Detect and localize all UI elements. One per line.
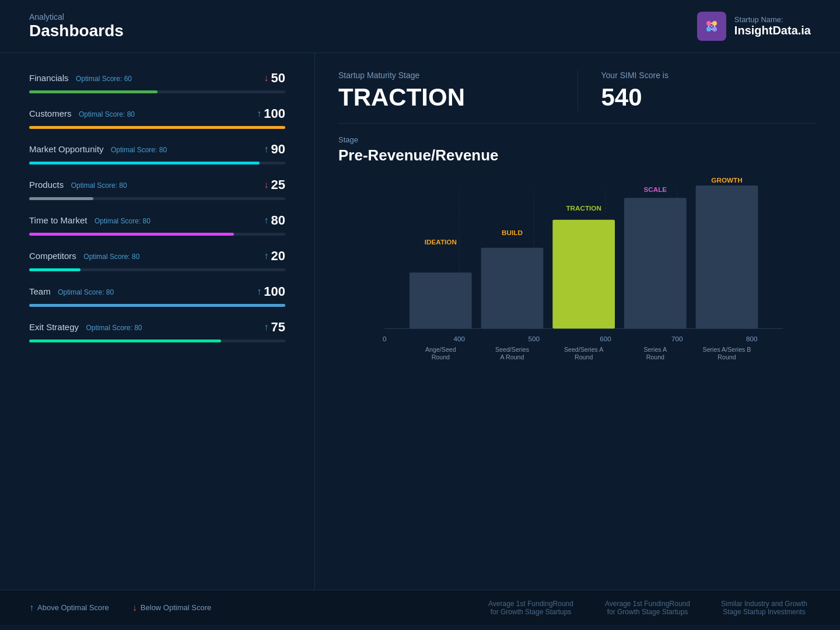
progress-track [29, 90, 285, 93]
arrow-down-icon: ↓ [264, 73, 269, 83]
metric-label-group: Time to Market Optimal Score: 80 [29, 215, 150, 226]
simi-label: Your SIMI Score is [601, 71, 817, 80]
arrow-down-icon: ↓ [132, 603, 137, 613]
score-value: 90 [271, 142, 285, 157]
arrow-up-icon: ↑ [264, 251, 269, 261]
progress-track [29, 233, 285, 236]
svg-text:TRACTION: TRACTION [566, 204, 601, 212]
svg-text:GROWTH: GROWTH [711, 176, 742, 184]
progress-track [29, 268, 285, 271]
svg-rect-34 [624, 198, 687, 328]
svg-text:Seed/Series: Seed/Series [495, 346, 529, 353]
simi-value: 540 [601, 83, 817, 111]
score-value: 50 [271, 71, 285, 86]
analytical-label: Analytical [29, 12, 124, 22]
above-label: Above Optimal Score [37, 603, 109, 612]
metric-score: ↑ 100 [257, 284, 285, 299]
svg-text:Ange/Seed: Ange/Seed [425, 346, 456, 353]
metric-row: Competitors Optimal Score: 80 ↑ 20 [29, 249, 285, 271]
svg-point-0 [706, 21, 711, 26]
svg-point-3 [712, 27, 717, 32]
score-value: 75 [271, 320, 285, 335]
progress-track [29, 304, 285, 307]
metric-optimal: Optimal Score: 60 [76, 75, 132, 83]
arrow-down-icon: ↓ [264, 180, 269, 190]
metric-row: Market Opportunity Optimal Score: 80 ↑ 9… [29, 142, 285, 164]
metric-header: Financials Optimal Score: 60 ↓ 50 [29, 71, 285, 86]
arrow-up-icon: ↑ [264, 144, 269, 155]
stage-label: Startup Maturity Stage [338, 71, 554, 80]
metric-optimal: Optimal Score: 80 [79, 110, 135, 118]
metric-label: Financials [29, 73, 69, 83]
progress-fill [29, 233, 234, 236]
card-simi: Your SIMI Score is 540 [578, 71, 817, 111]
startup-info: Startup Name: InsightData.ia [734, 15, 811, 37]
svg-text:Round: Round [432, 354, 450, 360]
metric-label-group: Market Opportunity Optimal Score: 80 [29, 144, 167, 155]
svg-text:Seed/Series A: Seed/Series A [564, 346, 604, 353]
stage-value: TRACTION [338, 83, 554, 111]
arrow-up-icon: ↑ [264, 322, 269, 332]
metric-label: Time to Market [29, 215, 87, 225]
progress-track [29, 197, 285, 200]
svg-rect-22 [410, 272, 472, 328]
progress-fill [29, 126, 285, 129]
metric-label: Exit Strategy [29, 322, 79, 332]
stage-section: Stage Pre-Revenue/Revenue 0 400 500 600 … [338, 135, 817, 572]
startup-label: Startup Name: [734, 15, 811, 24]
header-left: Analytical Dashboards [29, 12, 124, 40]
metric-optimal: Optimal Score: 80 [58, 288, 114, 296]
metric-row: Time to Market Optimal Score: 80 ↑ 80 [29, 213, 285, 236]
metric-row: Products Optimal Score: 80 ↓ 25 [29, 177, 285, 200]
metric-optimal: Optimal Score: 80 [83, 253, 139, 261]
score-value: 100 [264, 106, 285, 121]
bar-chart: 0 400 500 600 700 800 IDEATION Ange/Seed [338, 176, 817, 363]
arrow-up-icon: ↑ [257, 286, 261, 297]
metric-header: Time to Market Optimal Score: 80 ↑ 80 [29, 213, 285, 228]
metric-header: Customers Optimal Score: 80 ↑ 100 [29, 106, 285, 121]
logo-icon [697, 12, 726, 41]
below-label: Below Optimal Score [141, 603, 211, 612]
left-panel: Financials Optimal Score: 60 ↓ 50 Custom… [0, 53, 315, 590]
score-value: 20 [271, 249, 285, 264]
svg-text:Round: Round [646, 354, 664, 360]
stage2-value: Pre-Revenue/Revenue [338, 146, 817, 164]
metric-label-group: Financials Optimal Score: 60 [29, 73, 132, 83]
metric-header: Market Opportunity Optimal Score: 80 ↑ 9… [29, 142, 285, 157]
arrow-up-icon: ↑ [264, 215, 269, 226]
card-stage: Startup Maturity Stage TRACTION [338, 71, 578, 111]
svg-text:Series A/Series B: Series A/Series B [703, 346, 751, 353]
footer-stat-1: Average 1st FundingRound for Growth Stag… [484, 600, 578, 616]
svg-text:Series A: Series A [643, 346, 667, 353]
header-right: Startup Name: InsightData.ia [697, 12, 811, 41]
metric-score: ↓ 50 [264, 71, 285, 86]
footer-stats: Average 1st FundingRound for Growth Stag… [484, 600, 811, 616]
progress-track [29, 340, 285, 342]
chart-area: 0 400 500 600 700 800 IDEATION Ange/Seed [338, 176, 817, 363]
main-content: Financials Optimal Score: 60 ↓ 50 Custom… [0, 53, 840, 590]
metric-score: ↓ 25 [264, 177, 285, 192]
metric-label: Market Opportunity [29, 144, 104, 154]
svg-text:Round: Round [718, 354, 736, 360]
metric-header: Exit Strategy Optimal Score: 80 ↑ 75 [29, 320, 285, 335]
metric-score: ↑ 20 [264, 249, 285, 264]
metric-header: Competitors Optimal Score: 80 ↑ 20 [29, 249, 285, 264]
svg-text:A Round: A Round [501, 354, 524, 360]
svg-text:400: 400 [454, 335, 466, 342]
startup-name: InsightData.ia [734, 24, 811, 37]
metric-row: Exit Strategy Optimal Score: 80 ↑ 75 [29, 320, 285, 342]
svg-text:800: 800 [746, 335, 758, 342]
svg-rect-30 [552, 220, 615, 329]
progress-fill [29, 268, 80, 271]
metric-score: ↑ 90 [264, 142, 285, 157]
progress-fill [29, 197, 93, 200]
svg-text:600: 600 [600, 335, 611, 342]
svg-text:BUILD: BUILD [502, 229, 523, 236]
metric-label: Customers [29, 108, 72, 118]
arrow-up-icon: ↑ [29, 603, 34, 613]
metric-optimal: Optimal Score: 80 [86, 324, 142, 332]
top-cards: Startup Maturity Stage TRACTION Your SIM… [338, 71, 817, 124]
metric-score: ↑ 75 [264, 320, 285, 335]
svg-point-1 [712, 21, 717, 26]
svg-rect-38 [696, 186, 758, 328]
